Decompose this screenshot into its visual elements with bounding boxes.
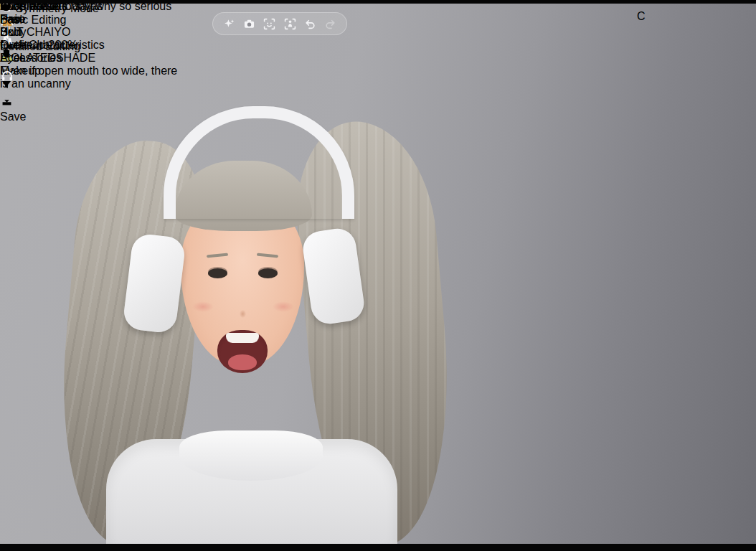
character-tongue — [228, 354, 257, 370]
assistant-letter: C — [637, 10, 646, 22]
camera-icon[interactable] — [242, 17, 256, 31]
redo-icon[interactable] — [323, 17, 338, 31]
letterbox-bottom — [0, 544, 756, 551]
body-scan-icon[interactable] — [283, 17, 297, 31]
viewport-toolbar — [212, 12, 347, 35]
character-eye-left — [208, 268, 227, 278]
character-blush-right — [273, 301, 294, 312]
letterbox-top — [0, 0, 756, 4]
assistant-bubble-button[interactable]: C — [637, 10, 663, 36]
ai-enhance-icon[interactable] — [222, 17, 236, 31]
face-scan-icon[interactable] — [263, 17, 277, 31]
character-collar — [179, 430, 323, 481]
character-blush-left — [192, 301, 214, 312]
character-creator-screen: C C Upload to Canvas Face Presets — [0, 0, 756, 551]
character-teeth — [226, 333, 259, 343]
undo-icon[interactable] — [303, 17, 317, 31]
character-viewport[interactable] — [0, 0, 756, 551]
character-eye-right — [258, 268, 278, 278]
headphones-band — [164, 106, 354, 219]
character-nose — [240, 310, 246, 318]
